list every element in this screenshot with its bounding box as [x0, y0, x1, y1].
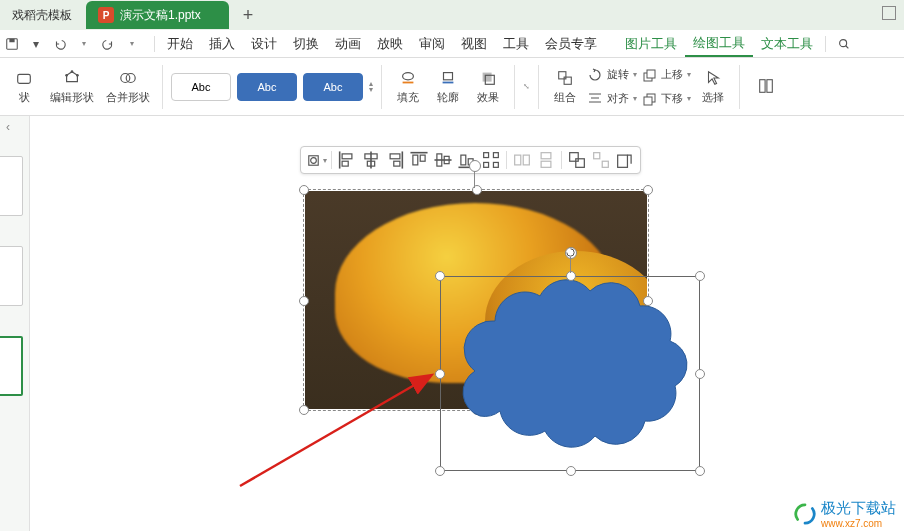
dropdown-icon[interactable]: ▾	[28, 36, 44, 52]
effect-button[interactable]: 效果	[470, 63, 506, 111]
menu-transition[interactable]: 切换	[285, 30, 327, 57]
undo-icon[interactable]	[52, 36, 68, 52]
slide-thumbnail-3[interactable]	[0, 246, 23, 306]
slide-thumbnail-panel: ‹	[0, 116, 30, 531]
align-button[interactable]: 对齐 ▾	[587, 88, 637, 110]
svg-rect-4	[9, 38, 14, 42]
fill-button[interactable]: 填充	[390, 63, 426, 111]
menu-member[interactable]: 会员专享	[537, 30, 605, 57]
tab-label: 戏稻壳模板	[12, 7, 72, 24]
menu-drawing-tools[interactable]: 绘图工具	[685, 30, 753, 57]
same-width-icon[interactable]	[511, 149, 533, 171]
ungroup-icon[interactable]	[590, 149, 612, 171]
svg-rect-60	[594, 153, 600, 159]
menu-animation[interactable]: 动画	[327, 30, 369, 57]
tab-label: 演示文稿1.pptx	[120, 7, 201, 24]
menu-view[interactable]: 视图	[453, 30, 495, 57]
group-button[interactable]: 组合	[547, 63, 583, 111]
svg-rect-59	[576, 159, 585, 168]
up-icon	[641, 67, 657, 83]
menu-start[interactable]: 开始	[159, 30, 201, 57]
arrange-column: 旋转 ▾ 对齐 ▾	[587, 64, 637, 110]
rotate-button[interactable]: 旋转 ▾	[587, 64, 637, 86]
outline-button[interactable]: 轮廓	[430, 63, 466, 111]
svg-rect-48	[461, 155, 466, 165]
svg-rect-40	[394, 161, 400, 166]
dropdown-icon[interactable]: ▾	[76, 36, 92, 52]
tab-active-document[interactable]: P 演示文稿1.pptx	[86, 1, 229, 29]
svg-rect-25	[647, 70, 655, 78]
send-backward-button[interactable]: 下移 ▾	[641, 88, 691, 110]
svg-rect-43	[420, 155, 425, 161]
new-tab-button[interactable]: +	[243, 5, 254, 26]
copy-format-icon[interactable]	[614, 149, 636, 171]
svg-rect-34	[342, 161, 348, 166]
align-right-icon[interactable]	[384, 149, 406, 171]
edit-shape-icon	[62, 68, 82, 88]
layer-column: 上移 ▾ 下移 ▾	[641, 64, 691, 110]
align-middle-v-icon[interactable]	[432, 149, 454, 171]
svg-rect-51	[493, 153, 498, 158]
search-icon[interactable]	[836, 36, 852, 52]
crop-icon[interactable]: ▾	[305, 149, 327, 171]
menu-review[interactable]: 审阅	[411, 30, 453, 57]
svg-rect-20	[564, 77, 571, 84]
shape-dropdown[interactable]: 状	[6, 63, 42, 111]
save-icon[interactable]	[4, 36, 20, 52]
menu-insert[interactable]: 插入	[201, 30, 243, 57]
svg-rect-55	[523, 155, 529, 165]
menu-design[interactable]: 设计	[243, 30, 285, 57]
shape-icon	[14, 68, 34, 88]
down-icon	[641, 91, 657, 107]
style-preset-3[interactable]: Abc	[303, 73, 363, 101]
dropdown-icon[interactable]: ▾	[124, 36, 140, 52]
menu-slideshow[interactable]: 放映	[369, 30, 411, 57]
watermark: 极光下载站 www.xz7.com	[794, 499, 896, 529]
collapse-panel-icon[interactable]: ‹	[6, 120, 10, 134]
watermark-logo-icon	[794, 503, 816, 525]
svg-rect-29	[767, 79, 772, 92]
svg-point-12	[126, 74, 135, 83]
merge-shape-button[interactable]: 合并形状	[102, 63, 154, 111]
svg-point-31	[311, 157, 317, 163]
more-button[interactable]	[748, 63, 784, 111]
svg-rect-54	[515, 155, 521, 165]
bring-forward-button[interactable]: 上移 ▾	[641, 64, 691, 86]
group-icon	[555, 68, 575, 88]
slide-canvas[interactable]: ▾	[30, 116, 904, 531]
slide-thumbnail-2[interactable]	[0, 156, 23, 216]
style-preset-2[interactable]: Abc	[237, 73, 297, 101]
redo-icon[interactable]	[100, 36, 116, 52]
svg-rect-42	[413, 155, 418, 165]
align-center-h-icon[interactable]	[360, 149, 382, 171]
align-left-icon[interactable]	[336, 149, 358, 171]
rotation-handle-outer[interactable]	[469, 160, 481, 172]
dropdown-icon[interactable]: ▴▾	[369, 79, 373, 94]
distribute-icon[interactable]	[480, 149, 502, 171]
menu-text-tools[interactable]: 文本工具	[753, 30, 821, 57]
expand-icon[interactable]: ⤡	[523, 82, 530, 91]
effect-icon	[478, 68, 498, 88]
menu-bar: ▾ ▾ ▾ 开始 插入 设计 切换 动画 放映 审阅 视图 工具 会员专享 图片…	[0, 30, 904, 58]
svg-rect-14	[403, 82, 414, 84]
ppt-file-icon: P	[98, 7, 114, 23]
svg-rect-16	[443, 82, 454, 84]
svg-rect-56	[541, 153, 551, 159]
svg-line-6	[846, 45, 849, 48]
select-button[interactable]: 选择	[695, 63, 731, 111]
same-height-icon[interactable]	[535, 149, 557, 171]
rotation-handle[interactable]	[565, 247, 577, 259]
group-icon[interactable]	[566, 149, 588, 171]
style-preset-1[interactable]: Abc	[171, 73, 231, 101]
edit-shape-button[interactable]: 编辑形状	[46, 63, 98, 111]
menu-tools[interactable]: 工具	[495, 30, 537, 57]
slide-thumbnail-selected[interactable]	[0, 336, 23, 396]
select-icon	[703, 68, 723, 88]
align-top-icon[interactable]	[408, 149, 430, 171]
ribbon: 状 编辑形状 合并形状 Abc Abc Abc ▴▾ 填充 轮廓 效果 ⤡ 组合…	[0, 58, 904, 116]
rotate-icon	[587, 67, 603, 83]
window-maximize-button[interactable]	[882, 6, 896, 20]
align-icon	[587, 91, 603, 107]
menu-picture-tools[interactable]: 图片工具	[617, 30, 685, 57]
tab-template[interactable]: 戏稻壳模板	[0, 1, 84, 29]
